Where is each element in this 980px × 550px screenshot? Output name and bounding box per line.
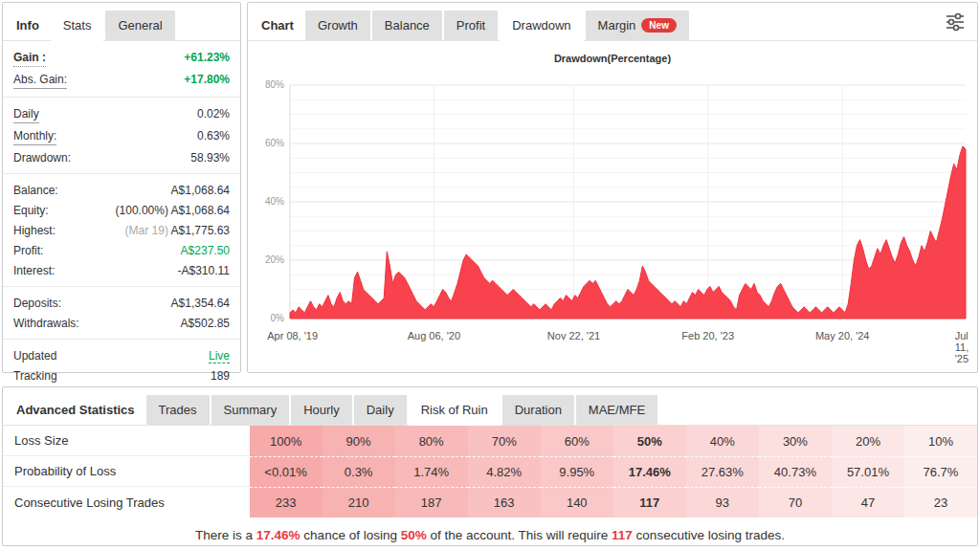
risk-summary-text: There is a 17.46% chance of losing 50% o… [3, 517, 977, 542]
stat-value: -A$310.11 [178, 263, 231, 278]
tab-hourly[interactable]: Hourly [291, 395, 352, 425]
tab-text: Profit [457, 18, 485, 33]
tab-text: Trades [159, 403, 197, 417]
table-cell: 76.7% [904, 456, 977, 487]
table-cell: 80% [395, 426, 468, 456]
tab-balance[interactable]: Balance [372, 11, 442, 40]
drawdown-area-plot[interactable] [248, 41, 977, 371]
stat-value-prefix: (Mar 19) [125, 224, 171, 237]
stat-label: Gain : [13, 50, 46, 67]
stat-label: Highest: [13, 223, 56, 238]
stat-row-withdrawals: Withdrawals:A$502.85 [13, 313, 230, 333]
stat-row-daily: Daily0.02% [13, 103, 230, 125]
table-cell: 50% [613, 426, 686, 456]
summary-highlight: 50% [401, 528, 427, 542]
stat-value: +17.80% [184, 72, 230, 87]
x-axis-label: May 20, '24 [815, 330, 870, 341]
table-row-consecutive-losing-trades: Consecutive Losing Trades233210187163140… [3, 487, 977, 517]
table-cell: 30% [759, 426, 832, 456]
tab-text: Risk of Ruin [421, 403, 488, 417]
stat-value-text: A$1,068.64 [171, 204, 230, 217]
advanced-stats-tabbar: Advanced Statistics TradesSummaryHourlyD… [3, 387, 977, 426]
stat-value: (Mar 19) A$1,775.63 [125, 223, 230, 238]
tab-trades[interactable]: Trades [146, 395, 210, 425]
summary-text: There is a [195, 528, 256, 542]
stat-group: Gain :+61.23%Abs. Gain:+17.80% [3, 41, 240, 98]
stat-value: 0.63% [197, 128, 230, 143]
tab-text: Margin [598, 18, 636, 33]
chart-settings-sliders-icon[interactable] [945, 12, 966, 35]
y-axis-label: 40% [248, 196, 284, 207]
tab-profit[interactable]: Profit [444, 11, 498, 40]
table-cell: 40% [686, 426, 759, 456]
stat-group: Balance:A$1,068.64Equity:(100.00%) A$1,0… [3, 174, 240, 287]
tab-summary[interactable]: Summary [212, 395, 290, 425]
stat-value: A$1,068.64 [171, 183, 230, 198]
stat-label: Updated [13, 348, 56, 363]
stat-group: UpdatedLiveTracking189 [3, 340, 240, 391]
y-axis-label: 20% [248, 254, 284, 265]
stat-value-text: A$1,775.63 [171, 224, 230, 237]
stat-label: Balance: [13, 183, 58, 198]
stat-label: Drawdown: [13, 150, 71, 165]
tab-general[interactable]: General [105, 11, 174, 40]
table-cell: 93 [686, 487, 759, 517]
summary-highlight: 17.46% [256, 528, 301, 542]
stat-value-text: 58.93% [190, 151, 230, 165]
row-label: Loss Size [3, 426, 250, 456]
stat-value-text: +61.23% [184, 51, 230, 64]
table-cell: 100% [250, 426, 323, 456]
table-cell: 60% [541, 426, 613, 456]
chart-tabs: GrowthBalanceProfitDrawdownMarginNew [305, 11, 691, 40]
stat-row-profit: Profit:A$237.50 [13, 240, 230, 260]
table-cell: 10% [904, 426, 977, 456]
tab-risk-of-ruin[interactable]: Risk of Ruin [409, 395, 501, 426]
x-axis-label: Feb 20, '23 [681, 330, 734, 341]
stat-value: 0.02% [197, 106, 230, 121]
stat-value-text: A$1,354.64 [171, 297, 230, 310]
stat-row-deposits: Deposits:A$1,354.64 [13, 293, 230, 313]
stat-row-gain: Gain :+61.23% [13, 47, 230, 69]
table-cell: 23 [904, 487, 977, 517]
stat-label: Abs. Gain: [13, 72, 67, 89]
stat-value: 58.93% [190, 150, 230, 165]
table-cell: 1.74% [395, 456, 468, 487]
stats-panel: Info Stats General Gain :+61.23%Abs. Gai… [2, 2, 241, 373]
tab-stats[interactable]: Stats [51, 11, 104, 41]
stat-group: Daily0.02%Monthly:0.63%Drawdown:58.93% [3, 98, 240, 174]
stat-row-abs-gain: Abs. Gain:+17.80% [13, 69, 230, 91]
tab-mae-mfe[interactable]: MAE/MFE [576, 395, 657, 425]
stat-value-text: 0.02% [197, 107, 230, 121]
stat-value-text: +17.80% [184, 73, 230, 86]
summary-highlight: 117 [612, 528, 633, 542]
stat-value: A$1,354.64 [171, 296, 230, 311]
table-cell: 4.82% [468, 456, 541, 487]
advanced-stats-panel: Advanced Statistics TradesSummaryHourlyD… [2, 386, 978, 546]
tab-growth[interactable]: Growth [305, 11, 370, 40]
stat-row-monthly: Monthly:0.63% [13, 125, 230, 147]
stat-value: (100.00%) A$1,068.64 [116, 203, 230, 218]
row-label: Probability of Loss [3, 456, 250, 487]
tab-info[interactable]: Info [11, 11, 49, 40]
x-axis-label: Nov 22, '21 [547, 330, 600, 341]
tab-drawdown[interactable]: Drawdown [500, 11, 583, 41]
tab-daily[interactable]: Daily [354, 395, 407, 425]
stat-value-text[interactable]: Live [209, 349, 230, 363]
stat-label: Daily [13, 106, 39, 123]
tab-chart[interactable]: Chart [256, 11, 303, 40]
stats-tabbar: Info Stats General [3, 3, 240, 41]
table-cell: 27.63% [686, 456, 759, 487]
table-row-probability-of-loss: Probability of Loss<0.01%0.3%1.74%4.82%9… [3, 456, 977, 487]
tab-margin[interactable]: MarginNew [586, 11, 689, 40]
drawdown-chart: Drawdown(Percentage) 0%20%40%60%80%Apr 0… [248, 41, 977, 371]
stats-groups: Gain :+61.23%Abs. Gain:+17.80%Daily0.02%… [3, 41, 240, 391]
stat-label: Interest: [13, 263, 55, 278]
table-cell: 90% [323, 426, 395, 456]
new-badge: New [641, 18, 677, 33]
stat-value-text: A$1,068.64 [171, 184, 230, 197]
stat-value-text: A$237.50 [181, 244, 230, 257]
stat-row-balance: Balance:A$1,068.64 [13, 180, 230, 200]
tab-duration[interactable]: Duration [502, 395, 574, 425]
chart-panel: Chart GrowthBalanceProfitDrawdownMarginN… [247, 2, 978, 373]
stat-value: 189 [211, 368, 230, 384]
